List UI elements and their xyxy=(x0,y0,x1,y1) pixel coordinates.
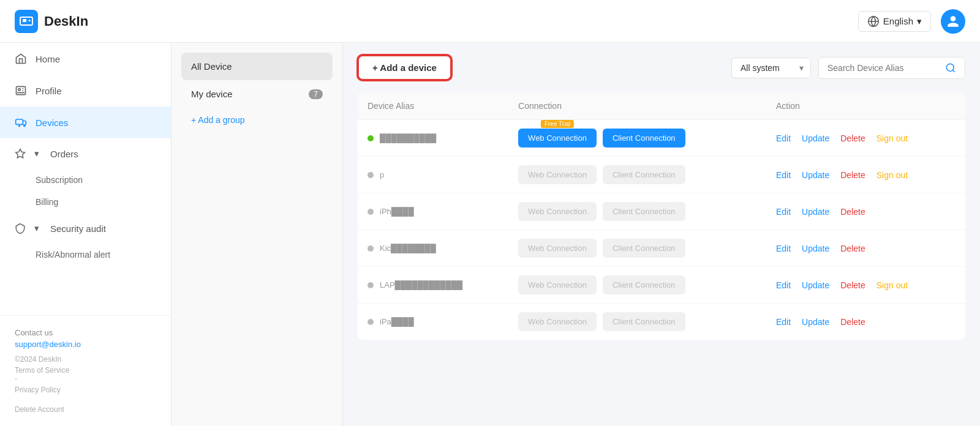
content-toolbar: + Add a device All system xyxy=(358,55,965,80)
sidebar-section-orders[interactable]: ▾ Orders xyxy=(0,138,171,169)
svg-rect-6 xyxy=(16,119,23,124)
sidebar-section-security[interactable]: ▾ Security audit xyxy=(0,213,171,244)
sidebar-item-devices[interactable]: Devices xyxy=(0,106,171,138)
connection-cell: Web ConnectionClient Connection xyxy=(508,193,766,230)
alias-text: p xyxy=(380,170,384,179)
action-cell: EditUpdateDelete xyxy=(766,304,965,340)
system-filter-wrapper: All system xyxy=(731,58,811,78)
sidebar-footer: Contact us support@deskin.io ©2024 DeskI… xyxy=(0,315,171,426)
edit-button[interactable]: Edit xyxy=(776,280,791,290)
sidebar-devices-label: Devices xyxy=(36,118,68,128)
alias-text: ██████████ xyxy=(380,133,436,143)
update-button[interactable]: Update xyxy=(802,280,829,290)
delete-button[interactable]: Delete xyxy=(840,280,865,290)
signout-button[interactable]: Sign out xyxy=(876,133,908,143)
body: Home Profile Devices ▾ xyxy=(0,43,980,426)
edit-button[interactable]: Edit xyxy=(776,133,791,143)
language-arrow: ▾ xyxy=(917,16,922,27)
client-connection-button[interactable]: Client Connection xyxy=(603,165,685,184)
alias-text: LAP████████████ xyxy=(380,280,462,290)
edit-button[interactable]: Edit xyxy=(776,207,791,217)
all-device-item[interactable]: All Device xyxy=(181,53,333,80)
alias-text: Kic████████ xyxy=(380,244,436,253)
web-connection-button[interactable]: Web Connection xyxy=(518,275,597,294)
client-connection-button[interactable]: Client Connection xyxy=(603,202,685,221)
client-connection-button[interactable]: Client Connection xyxy=(603,239,685,258)
status-dot xyxy=(368,245,374,252)
my-device-item[interactable]: My device 7 xyxy=(181,80,333,108)
connection-cell: Web ConnectionClient Connection xyxy=(508,157,766,193)
logo-icon xyxy=(15,10,38,33)
add-device-button[interactable]: + Add a device xyxy=(358,55,451,80)
alias-cell: iPh████ xyxy=(358,193,508,230)
action-cell: EditUpdateDeleteSign out xyxy=(766,157,965,193)
user-avatar[interactable] xyxy=(941,9,965,34)
web-connection-button[interactable]: Web Connection xyxy=(518,312,597,331)
device-table: Device Alias Connection Action █████████… xyxy=(358,92,965,340)
contact-label: Contact us xyxy=(15,328,53,337)
search-box xyxy=(818,57,965,79)
update-button[interactable]: Update xyxy=(802,170,829,180)
svg-marker-9 xyxy=(16,149,25,158)
action-cell: EditUpdateDeleteSign out xyxy=(766,120,965,157)
connection-cell: Web ConnectionClient Connection xyxy=(508,230,766,267)
sidebar-item-subscription[interactable]: Subscription xyxy=(0,169,171,191)
svg-point-7 xyxy=(19,125,20,127)
edit-button[interactable]: Edit xyxy=(776,244,791,253)
alias-cell: LAP████████████ xyxy=(358,267,508,304)
terms-link[interactable]: Terms of Service xyxy=(15,366,156,375)
privacy-link[interactable]: Privacy Policy xyxy=(15,386,156,394)
delete-account-link[interactable]: Delete Account xyxy=(15,405,156,414)
search-input[interactable] xyxy=(827,63,940,73)
sidebar-home-label: Home xyxy=(36,54,60,64)
delete-button[interactable]: Delete xyxy=(840,133,865,143)
contact-email[interactable]: support@deskin.io xyxy=(15,340,156,349)
security-arrow: ▾ xyxy=(34,223,39,234)
signout-button[interactable]: Sign out xyxy=(876,280,908,290)
update-button[interactable]: Update xyxy=(802,244,829,253)
col-connection: Connection xyxy=(508,92,766,120)
all-device-label: All Device xyxy=(191,61,232,72)
connection-cell: Web ConnectionClient Connection xyxy=(508,304,766,340)
sidebar-item-risk[interactable]: Risk/Abnormal alert xyxy=(0,244,171,266)
update-button[interactable]: Update xyxy=(802,207,829,217)
language-selector[interactable]: English ▾ xyxy=(858,11,931,32)
action-cell: EditUpdateDelete xyxy=(766,230,965,267)
web-connection-button[interactable]: Web Connection xyxy=(518,165,597,184)
sidebar-security-label: Security audit xyxy=(50,223,106,234)
alias-text: iPh████ xyxy=(380,207,414,216)
action-cell: EditUpdateDeleteSign out xyxy=(766,267,965,304)
status-dot xyxy=(368,209,374,215)
delete-button[interactable]: Delete xyxy=(840,207,865,217)
header-right: English ▾ xyxy=(858,9,965,34)
add-group-button[interactable]: + Add a group xyxy=(181,108,333,132)
system-filter-select[interactable]: All system xyxy=(731,58,811,78)
delete-button[interactable]: Delete xyxy=(840,170,865,180)
web-connection-button[interactable]: Web Connection xyxy=(518,239,597,258)
add-device-label: + Add a device xyxy=(372,62,437,73)
client-connection-button[interactable]: Client Connection xyxy=(603,312,685,331)
edit-button[interactable]: Edit xyxy=(776,317,791,327)
update-button[interactable]: Update xyxy=(802,133,829,143)
orders-arrow: ▾ xyxy=(34,148,39,159)
svg-point-2 xyxy=(29,20,31,21)
my-device-count: 7 xyxy=(309,89,323,99)
client-connection-button[interactable]: Client Connection xyxy=(603,275,685,294)
sidebar-item-home[interactable]: Home xyxy=(0,43,171,75)
web-connection-button[interactable]: Web Connection xyxy=(518,202,597,221)
update-button[interactable]: Update xyxy=(802,317,829,327)
sidebar-orders-label: Orders xyxy=(50,149,78,159)
delete-button[interactable]: Delete xyxy=(840,317,865,327)
table-header-row: Device Alias Connection Action xyxy=(358,92,965,120)
edit-button[interactable]: Edit xyxy=(776,170,791,180)
sidebar-item-billing[interactable]: Billing xyxy=(0,191,171,213)
sidebar-item-profile[interactable]: Profile xyxy=(0,75,171,106)
free-trial-wrapper: Free TrialWeb Connection xyxy=(518,129,597,148)
header: DeskIn English ▾ xyxy=(0,0,980,43)
web-connection-button[interactable]: Web Connection xyxy=(518,129,597,148)
action-cell: EditUpdateDelete xyxy=(766,193,965,230)
client-connection-button[interactable]: Client Connection xyxy=(603,129,685,148)
free-trial-badge: Free Trial xyxy=(541,120,574,128)
delete-button[interactable]: Delete xyxy=(840,244,865,253)
signout-button[interactable]: Sign out xyxy=(876,170,908,180)
